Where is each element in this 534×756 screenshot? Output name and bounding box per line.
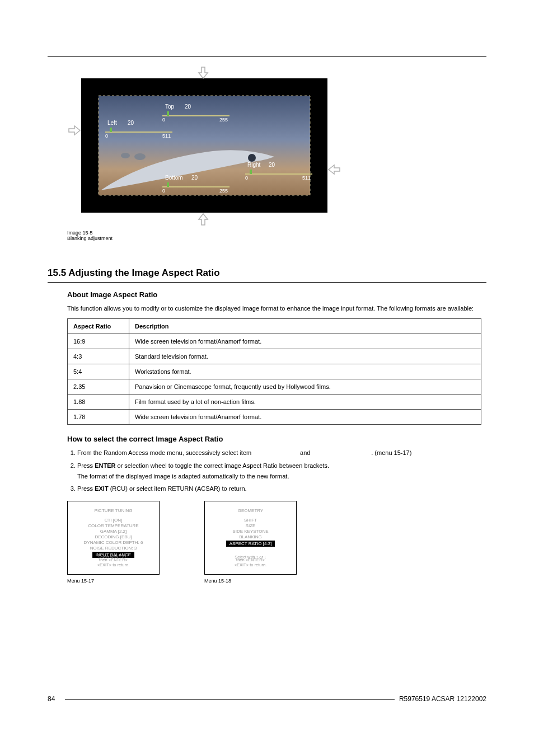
step2-sub: The format of the displayed image is ada…: [77, 472, 486, 481]
aspect-ratio-table: Aspect Ratio Description 16:9 Wide scree…: [67, 318, 481, 425]
label-bottom: Bottom: [165, 175, 183, 181]
caption-line1: Image 15-5: [67, 230, 341, 236]
svg-point-6: [248, 154, 256, 162]
step2-b: or selection wheel to toggle the correct…: [115, 462, 329, 469]
step1-a: From the Random Access mode menu, succes…: [77, 449, 253, 456]
menu-17-col: PICTURE TUNING CTI [ON] COLOR TEMPERATUR…: [67, 501, 160, 584]
header-rule: [48, 56, 486, 57]
cell-ratio: 1.88: [68, 394, 129, 409]
step1-c: . (menu 15-17): [371, 449, 411, 456]
cell-ratio: 4:3: [68, 349, 129, 364]
step-2: Press ENTER or selection wheel to toggle…: [77, 462, 486, 481]
table-row: 16:9 Wide screen television format/Anamo…: [68, 334, 481, 349]
step-3: Press EXIT (RCU) or select item RETURN (…: [77, 485, 486, 493]
step3-b: (RCU) or select item RETURN (ACSAR) to r…: [109, 485, 247, 492]
label-top: Top: [165, 104, 175, 110]
svg-rect-4: [88, 86, 99, 205]
svg-rect-15: [167, 182, 169, 187]
svg-rect-13: [110, 128, 112, 132]
max-right: 511: [302, 175, 311, 181]
zero-top: 0: [162, 117, 165, 123]
menu18-item: SHIFT: [209, 518, 292, 523]
menu18-item: BLANKING: [209, 534, 292, 539]
menu17-item: COLOR TEMPERATURE: [72, 523, 154, 528]
footer-rule: [65, 699, 395, 700]
figure-caption: Image 15-5 Blanking adjustment: [67, 230, 341, 242]
menu-18-col: GEOMETRY SHIFT SIZE SIDE KEYSTONE BLANKI…: [204, 501, 297, 584]
svg-point-8: [121, 153, 130, 158]
steps-list: From the Random Access mode menu, succes…: [67, 449, 486, 493]
menu17-item: GAMMA [2.2]: [72, 529, 154, 534]
svg-rect-3: [88, 195, 320, 205]
zero-left: 0: [105, 133, 108, 139]
menu18-caption: Menu 15-18: [204, 578, 297, 584]
label-left: Left: [107, 120, 117, 126]
cell-desc: Standard television format.: [129, 349, 481, 364]
cell-desc: Wide screen television format/Anamorf fo…: [129, 334, 481, 349]
th-description: Description: [129, 318, 481, 334]
max-top: 255: [219, 117, 228, 123]
value-right: 20: [269, 162, 275, 168]
zero-right: 0: [245, 175, 248, 181]
cell-desc: Panavision or Cinemascope format, freque…: [129, 379, 481, 394]
menu-15-17: PICTURE TUNING CTI [ON] COLOR TEMPERATUR…: [67, 501, 160, 575]
menu17-caption: Menu 15-17: [67, 578, 160, 584]
value-bottom: 20: [191, 175, 198, 181]
svg-rect-5: [310, 86, 320, 205]
cell-desc: Wide screen television format/Anamorf fo…: [129, 409, 481, 424]
table-row: 4:3 Standard television format.: [68, 349, 481, 364]
label-right: Right: [247, 162, 261, 168]
cell-ratio: 16:9: [68, 334, 129, 349]
blanking-figure-svg: Top 20 0 255 Left 20 0 511 Bottom 20 0 2…: [67, 64, 341, 227]
th-aspect-ratio: Aspect Ratio: [68, 318, 129, 334]
value-left: 20: [128, 120, 134, 126]
table-row: 2.35 Panavision or Cinemascope format, f…: [68, 379, 481, 394]
svg-rect-11: [167, 111, 169, 116]
step-1: From the Random Access mode menu, succes…: [77, 449, 486, 457]
page-number: 84: [48, 695, 55, 703]
cell-ratio: 5:4: [68, 364, 129, 379]
table-row: 1.88 Film format used by a lot of non-ac…: [68, 394, 481, 409]
howto-heading: How to select the correct Image Aspect R…: [67, 435, 486, 443]
caption-line2: Blanking adjustment: [67, 236, 341, 241]
menu18-highlight: ASPECT RATIO [4:3]: [226, 541, 275, 547]
step2-a: Press: [77, 462, 95, 469]
menu17-item: DECODING [EBU]: [72, 534, 154, 539]
svg-rect-17: [250, 170, 252, 174]
menu17-item: CTI [ON]: [72, 518, 154, 523]
table-row: 1.78 Wide screen television format/Anamo…: [68, 409, 481, 424]
cell-ratio: 2.35: [68, 379, 129, 394]
doc-reference: R5976519 ACSAR 12122002: [399, 695, 486, 703]
table-row: 5:4 Workstations format.: [68, 364, 481, 379]
step1-b: and: [300, 449, 312, 456]
zero-bottom: 0: [162, 188, 165, 194]
step2-enter: ENTER: [95, 462, 115, 469]
menu-diagrams-row: PICTURE TUNING CTI [ON] COLOR TEMPERATUR…: [67, 501, 486, 584]
menu17-item: DYNAMIC COLOR DEPTH: 6: [72, 540, 154, 545]
menu18-enter: then <ENTER> <EXIT> to return.: [205, 557, 296, 567]
cell-desc: Film format used by a lot of non-action …: [129, 394, 481, 409]
section-title: 15.5 Adjusting the Image Aspect Ratio: [48, 267, 486, 279]
menu17-enter: then <ENTER> <EXIT> to return.: [68, 557, 159, 567]
svg-rect-2: [88, 86, 320, 96]
max-bottom: 255: [219, 188, 228, 194]
menu-15-18: GEOMETRY SHIFT SIZE SIDE KEYSTONE BLANKI…: [204, 501, 297, 575]
menu18-item: SIZE: [209, 523, 292, 528]
about-paragraph: This function allows you to modify or to…: [67, 304, 486, 313]
max-left: 511: [162, 133, 171, 139]
menu18-title: GEOMETRY: [209, 508, 292, 513]
page-footer: 84 R5976519 ACSAR 12122002: [48, 695, 486, 703]
menu17-title: PICTURE TUNING: [72, 508, 154, 513]
section-rule: [48, 282, 486, 283]
step3-exit: EXIT: [95, 485, 108, 492]
step3-a: Press: [77, 485, 95, 492]
section-aspect-ratio: 15.5 Adjusting the Image Aspect Ratio Ab…: [48, 267, 486, 584]
cell-ratio: 1.78: [68, 409, 129, 424]
svg-point-7: [134, 153, 146, 160]
cell-desc: Workstations format.: [129, 364, 481, 379]
menu18-item: SIDE KEYSTONE: [209, 529, 292, 534]
menu17-item: NOISE REDUCTION: 3: [72, 546, 154, 551]
figure-blanking: Top 20 0 255 Left 20 0 511 Bottom 20 0 2…: [67, 64, 341, 242]
about-heading: About Image Aspect Ratio: [67, 290, 486, 299]
value-top: 20: [185, 104, 191, 110]
